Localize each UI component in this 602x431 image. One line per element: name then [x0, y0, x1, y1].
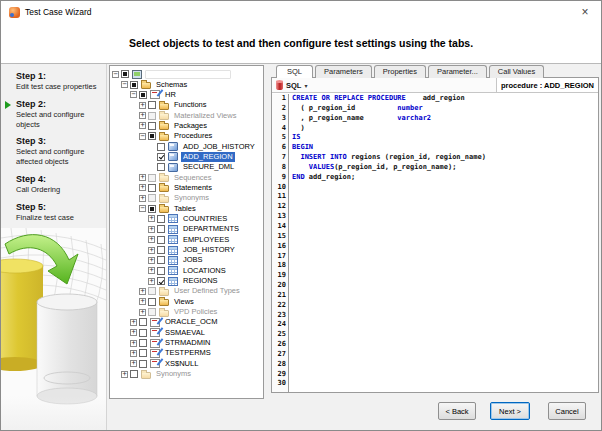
expander-plus-icon[interactable]: +: [130, 329, 137, 336]
expander-plus-icon[interactable]: +: [130, 340, 137, 347]
chevron-down-icon[interactable]: ▾: [304, 82, 307, 89]
checkbox-unchecked[interactable]: [139, 360, 147, 368]
checkbox-grayed[interactable]: [148, 287, 156, 295]
checkbox-unchecked[interactable]: [148, 101, 156, 109]
expander-plus-icon[interactable]: +: [148, 257, 155, 264]
tab-properties[interactable]: Properties: [374, 65, 426, 78]
expander-minus-icon[interactable]: −: [130, 91, 137, 98]
tree-item-synonyms[interactable]: +Synonyms: [110, 193, 263, 203]
code-area[interactable]: CREATE OR REPLACE PROCEDURE add_region (…: [289, 94, 598, 392]
checkbox-partial[interactable]: [148, 132, 156, 140]
tree-item-add-job-history[interactable]: ADD_JOB_HISTORY: [110, 141, 263, 151]
checkbox-unchecked[interactable]: [157, 236, 165, 244]
tree-item-materialized-views[interactable]: +Materialized Views: [110, 110, 263, 120]
tree-item-xs$null[interactable]: +XS$NULL: [110, 359, 263, 369]
checkbox-unchecked[interactable]: [139, 339, 147, 347]
expander-plus-icon[interactable]: +: [139, 184, 146, 191]
expander-plus-icon[interactable]: +: [139, 112, 146, 119]
tree-item-secure-dml[interactable]: SECURE_DML: [110, 162, 263, 172]
cancel-button[interactable]: Cancel: [548, 402, 586, 420]
tab-call-values[interactable]: Call Values: [489, 65, 544, 78]
expander-plus-icon[interactable]: +: [139, 102, 146, 109]
expander-plus-icon[interactable]: +: [139, 122, 146, 129]
expander-plus-icon[interactable]: +: [148, 278, 155, 285]
checkbox-grayed[interactable]: [148, 308, 156, 316]
expander-plus-icon[interactable]: +: [130, 360, 137, 367]
checkbox-partial[interactable]: [139, 91, 147, 99]
tree-item-sequences[interactable]: +Sequences: [110, 172, 263, 182]
expander-plus-icon[interactable]: +: [139, 288, 146, 295]
tree-item-root[interactable]: −: [110, 69, 263, 79]
tree-item-views[interactable]: +Views: [110, 297, 263, 307]
next-button[interactable]: Next >: [490, 402, 530, 420]
checkbox-partial[interactable]: [121, 70, 129, 78]
expander-minus-icon[interactable]: −: [112, 71, 119, 78]
expander-plus-icon[interactable]: +: [139, 174, 146, 181]
expander-plus-icon[interactable]: +: [148, 247, 155, 254]
tree-item-regions[interactable]: +REGIONS: [110, 276, 263, 286]
tree-item-countries[interactable]: +COUNTRIES: [110, 214, 263, 224]
expander-plus-icon[interactable]: +: [139, 309, 146, 316]
checkbox-unchecked[interactable]: [157, 163, 165, 171]
tree-item-packages[interactable]: +Packages: [110, 121, 263, 131]
tree-item-synonyms[interactable]: +Synonyms: [110, 369, 263, 379]
tree-item-jobs[interactable]: +JOBS: [110, 255, 263, 265]
checkbox-unchecked[interactable]: [157, 215, 165, 223]
expander-minus-icon[interactable]: −: [121, 81, 128, 88]
tree-item-hr[interactable]: −HR: [110, 90, 263, 100]
sql-editor[interactable]: 1234567891011121314151617181920212223242…: [272, 94, 598, 392]
checkbox-unchecked[interactable]: [139, 349, 147, 357]
checkbox-unchecked[interactable]: [139, 329, 147, 337]
expander-plus-icon[interactable]: +: [130, 350, 137, 357]
checkbox-unchecked[interactable]: [148, 122, 156, 130]
tree-item-functions[interactable]: +Functions: [110, 100, 263, 110]
back-button[interactable]: < Back: [438, 402, 476, 420]
tree-item-schemas[interactable]: −Schemas: [110, 79, 263, 89]
tree-item-ssmaeval[interactable]: +SSMAEVAL: [110, 328, 263, 338]
checkbox-unchecked[interactable]: [157, 267, 165, 275]
checkbox-grayed[interactable]: [148, 174, 156, 182]
checkbox-grayed[interactable]: [148, 194, 156, 202]
tree-item-employees[interactable]: +EMPLOYEES: [110, 235, 263, 245]
tree-item-procedures[interactable]: −Procedures: [110, 131, 263, 141]
checkbox-unchecked[interactable]: [148, 184, 156, 192]
tree-item-locations[interactable]: +LOCATIONS: [110, 266, 263, 276]
expander-minus-icon[interactable]: −: [139, 133, 146, 140]
expander-plus-icon[interactable]: +: [121, 371, 128, 378]
expander-plus-icon[interactable]: +: [148, 226, 155, 233]
checkbox-unchecked[interactable]: [157, 143, 165, 151]
expander-plus-icon[interactable]: +: [148, 267, 155, 274]
expander-plus-icon[interactable]: +: [139, 298, 146, 305]
tree-item-tables[interactable]: −Tables: [110, 203, 263, 213]
tree-item-vpd-policies[interactable]: +VPD Policies: [110, 307, 263, 317]
checkbox-unchecked[interactable]: [157, 246, 165, 254]
checkbox-unchecked[interactable]: [157, 256, 165, 264]
checkbox-unchecked[interactable]: [148, 298, 156, 306]
expander-plus-icon[interactable]: +: [139, 195, 146, 202]
expander-plus-icon[interactable]: +: [130, 319, 137, 326]
tree-item-departments[interactable]: +DEPARTMENTS: [110, 224, 263, 234]
close-icon[interactable]: ×: [577, 6, 593, 18]
tree-item-job-history[interactable]: +JOB_HISTORY: [110, 245, 263, 255]
checkbox-unchecked[interactable]: [157, 225, 165, 233]
checkbox-checked[interactable]: [157, 277, 165, 285]
checkbox-partial[interactable]: [130, 81, 138, 89]
tree-item-add-region[interactable]: ADD_REGION: [110, 152, 263, 162]
tab-parameters[interactable]: Parameters: [315, 65, 372, 78]
expander-plus-icon[interactable]: +: [148, 236, 155, 243]
sql-dropdown[interactable]: SQL: [286, 81, 301, 90]
checkbox-checked[interactable]: [157, 153, 165, 161]
tree-item-statements[interactable]: +Statements: [110, 183, 263, 193]
checkbox-unchecked[interactable]: [139, 318, 147, 326]
tree-item-strmadmin[interactable]: +STRMADMIN: [110, 338, 263, 348]
checkbox-partial[interactable]: [148, 205, 156, 213]
checkbox-unchecked[interactable]: [130, 370, 138, 378]
tab-sql[interactable]: SQL: [276, 65, 313, 78]
tab-parameter[interactable]: Parameter...: [428, 65, 487, 78]
tree-item-testperms[interactable]: +TESTPERMS: [110, 348, 263, 358]
tree-item-user-defined-types[interactable]: +User Defined Types: [110, 286, 263, 296]
checkbox-grayed[interactable]: [148, 112, 156, 120]
expander-plus-icon[interactable]: +: [148, 215, 155, 222]
expander-minus-icon[interactable]: −: [139, 205, 146, 212]
tree-item-oracle-ocm[interactable]: +ORACLE_OCM: [110, 317, 263, 327]
